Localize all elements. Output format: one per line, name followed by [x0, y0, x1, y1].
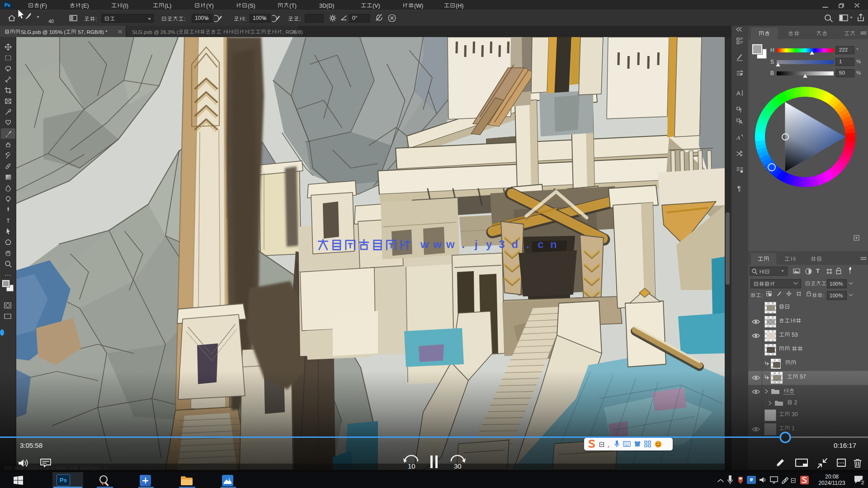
svg-text:(200 ppi): (200 ppi)	[79, 465, 99, 471]
svg-text:30: 30	[790, 411, 798, 418]
svg-text:SLG.psb @ 26.3% (: SLG.psb @ 26.3% (	[132, 29, 179, 34]
svg-text:(T): (T)	[289, 2, 297, 9]
svg-text::: :	[299, 16, 301, 22]
svg-text:A: A	[739, 119, 743, 125]
svg-text:¶: ¶	[739, 108, 741, 113]
svg-text:(I): (I)	[123, 2, 128, 9]
svg-text::: :	[95, 16, 97, 22]
svg-text:2: 2	[793, 399, 797, 406]
svg-text:¶: ¶	[737, 185, 741, 192]
svg-text:57: 57	[798, 374, 806, 380]
svg-text:(Y): (Y)	[206, 2, 214, 9]
svg-text:(H): (H)	[456, 2, 463, 9]
svg-text:57, RGB/8) *: 57, RGB/8) *	[76, 29, 108, 34]
svg-text:A: A	[736, 134, 740, 141]
svg-text:30: 30	[454, 462, 462, 470]
svg-text::: :	[761, 293, 763, 298]
svg-text:(F): (F)	[40, 2, 47, 9]
svg-text:SLG.psb @ 105% (: SLG.psb @ 105% (	[21, 29, 66, 34]
svg-text:53: 53	[790, 332, 798, 338]
svg-text:(E): (E)	[81, 2, 89, 9]
svg-text:(V): (V)	[373, 2, 380, 9]
svg-text:T: T	[6, 217, 10, 224]
svg-text:(L): (L)	[165, 2, 171, 9]
svg-text:x 4549: x 4549	[51, 465, 68, 471]
svg-text:(W): (W)	[414, 2, 423, 9]
svg-text:3D(D): 3D(D)	[319, 2, 334, 9]
svg-text:2: 2	[861, 480, 864, 485]
svg-text:10: 10	[408, 462, 415, 470]
svg-text:(S): (S)	[248, 2, 255, 9]
svg-text::: :	[184, 16, 185, 22]
svg-text::: :	[823, 293, 824, 298]
svg-text:A: A	[736, 90, 741, 97]
svg-text::: :	[245, 16, 246, 22]
